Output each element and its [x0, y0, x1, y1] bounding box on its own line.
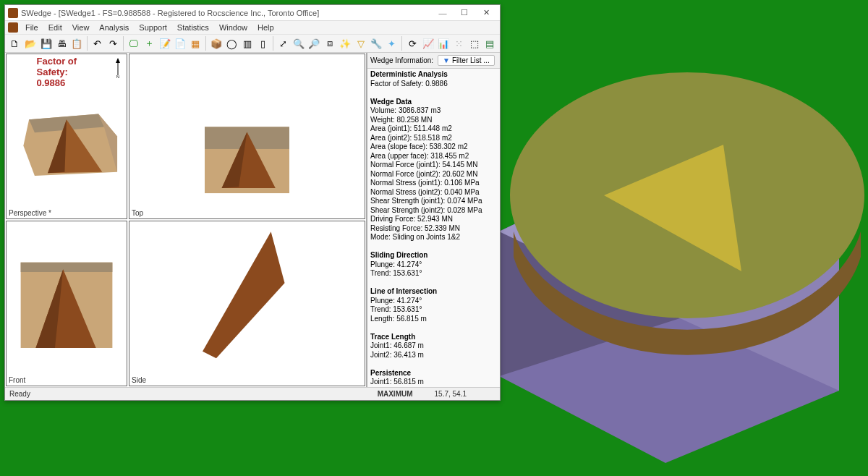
- svg-rect-19: [21, 263, 113, 272]
- svg-marker-0: [499, 145, 839, 463]
- viewport-top[interactable]: Top: [129, 54, 365, 219]
- info-area-j1: Area (joint1): 511.448 m2: [370, 124, 452, 132]
- svg-marker-11: [116, 58, 120, 63]
- info-ss-j1: Shear Strength (joint1): 0.074 MPa: [370, 197, 482, 205]
- box-icon[interactable]: 📦: [209, 36, 223, 51]
- info-ns-j2: Normal Stress (joint2): 0.040 MPa: [370, 188, 480, 196]
- app-menu-icon: [8, 22, 18, 33]
- svg-marker-22: [203, 231, 284, 358]
- info-loi-trend: Trend: 153.631°: [370, 305, 422, 313]
- top-view-svg: [129, 54, 365, 218]
- pers-title: Persistence: [370, 369, 411, 377]
- refresh-icon[interactable]: ⟳: [405, 36, 419, 51]
- chart-scatter-icon[interactable]: ⁙: [452, 36, 466, 51]
- info-trace-j1: Joint1: 46.687 m: [370, 341, 424, 349]
- info-area-slope: Area (slope face): 538.302 m2: [370, 143, 468, 150]
- minimize-button[interactable]: —: [432, 7, 454, 20]
- svg-text:N: N: [116, 75, 119, 78]
- viewport-side-label: Side: [132, 376, 146, 384]
- window-title: SWedge - [SWedge1 - FS=0.988588 - Regist…: [21, 9, 432, 17]
- loi-title: Line of Intersection: [370, 287, 437, 295]
- viewport-perspective-label: Perspective *: [9, 209, 51, 217]
- undo-icon[interactable]: ↶: [90, 36, 104, 51]
- zoom-in-icon[interactable]: 🔍: [292, 36, 305, 51]
- info-ss-j2: Shear Strength (joint2): 0.028 MPa: [370, 206, 482, 214]
- viewport-front[interactable]: Front: [6, 221, 127, 386]
- redo-icon[interactable]: ↷: [106, 36, 120, 51]
- viewport-perspective[interactable]: Factor of Safety: 0.9886 N Perspective *: [6, 54, 127, 219]
- viewport-side[interactable]: Side: [129, 221, 365, 386]
- magic-wand-icon[interactable]: ✨: [339, 36, 352, 51]
- menu-window[interactable]: Window: [215, 22, 252, 33]
- menu-analysis[interactable]: Analysis: [95, 22, 133, 33]
- info-weight: Weight: 80.258 MN: [370, 116, 432, 124]
- menubar: File Edit View Analysis Support Statisti…: [5, 21, 500, 34]
- menu-support[interactable]: Support: [135, 22, 171, 33]
- chart-line-icon[interactable]: 📈: [421, 36, 435, 51]
- circle-icon[interactable]: ◯: [225, 36, 239, 51]
- save-icon[interactable]: 💾: [39, 36, 53, 51]
- maximize-button[interactable]: ☐: [454, 7, 475, 20]
- open-icon[interactable]: 📂: [23, 36, 37, 51]
- funnel-icon: ▼: [443, 56, 450, 64]
- info-fos: Factor of Safety: 0.9886: [370, 80, 448, 88]
- close-button[interactable]: ✕: [475, 7, 497, 20]
- status-max: MAXIMUM: [378, 390, 413, 398]
- compute-icon[interactable]: 🖵: [127, 36, 140, 51]
- info-resist: Resisting Force: 52.339 MN: [370, 224, 460, 232]
- menu-statistics[interactable]: Statistics: [173, 22, 213, 33]
- app-icon: [8, 8, 18, 18]
- sheet-icon[interactable]: 📄: [173, 36, 187, 51]
- zoom-out-icon[interactable]: 🔎: [307, 36, 321, 51]
- info-volume: Volume: 3086.837 m3: [370, 106, 441, 114]
- info-slide-plunge: Plunge: 41.274°: [370, 260, 422, 268]
- menu-help[interactable]: Help: [253, 22, 278, 33]
- edit-params-icon[interactable]: 📝: [158, 36, 171, 51]
- menu-file[interactable]: File: [21, 22, 43, 33]
- filter-icon[interactable]: ▽: [354, 36, 367, 51]
- filter-list-label: Filter List ...: [452, 56, 490, 64]
- svg-marker-3: [499, 145, 839, 318]
- zoom-window-icon[interactable]: ⧈: [323, 36, 336, 51]
- print-icon[interactable]: 🖶: [54, 36, 68, 51]
- side-view-svg: [129, 221, 365, 386]
- info-area-upper: Area (upper face): 318.455 m2: [370, 152, 469, 160]
- viewport-top-label: Top: [132, 209, 143, 217]
- info-slide-trend: Trend: 153.631°: [370, 269, 422, 277]
- svg-point-4: [510, 72, 864, 318]
- page-icon[interactable]: ▯: [255, 36, 269, 51]
- status-coords: 15.7, 54.1: [435, 390, 467, 398]
- wedge-data-title: Wedge Data: [370, 98, 412, 106]
- wrench-icon[interactable]: 🔧: [370, 36, 383, 51]
- filter-list-button[interactable]: ▼ Filter List ...: [438, 55, 495, 66]
- sliding-dir-title: Sliding Direction: [370, 251, 427, 259]
- info-panel-body[interactable]: Deterministic Analysis Factor of Safety:…: [367, 69, 500, 387]
- add-icon[interactable]: ＋: [142, 36, 156, 51]
- toolbar: 🗋 📂 💾 🖶 📋 ↶ ↷ 🖵 ＋ 📝 📄 ▦ 📦 ◯ ▥ ▯ ⤢ 🔍 🔎 ⧈ …: [5, 34, 500, 53]
- chart-area-icon[interactable]: ⬚: [467, 36, 481, 51]
- info-area-j2: Area (joint2): 518.518 m2: [370, 134, 452, 142]
- copy-icon[interactable]: 📋: [70, 36, 84, 51]
- decorative-3d-model: [448, 14, 868, 476]
- info-panel-header: Wedge Information: ▼ Filter List ...: [367, 53, 500, 69]
- workspace: Top Factor of Safety: 0.9886 N Perspect: [5, 53, 500, 387]
- svg-marker-1: [499, 145, 680, 376]
- menu-view[interactable]: View: [68, 22, 94, 33]
- viewport-front-label: Front: [9, 376, 25, 384]
- column-icon[interactable]: ▥: [240, 36, 254, 51]
- info-nf-j1: Normal Force (joint1): 54.145 MN: [370, 161, 477, 169]
- zoom-extents-icon[interactable]: ⤢: [276, 36, 290, 51]
- statusbar: Ready MAXIMUM 15.7, 54.1: [5, 387, 500, 400]
- export-excel-icon[interactable]: ▤: [483, 36, 497, 51]
- new-icon[interactable]: 🗋: [8, 36, 22, 51]
- viewports-grid: Top Factor of Safety: 0.9886 N Perspect: [5, 53, 367, 387]
- info-loi-length: Length: 56.815 m: [370, 315, 427, 323]
- info-mode: Mode: Sliding on Joints 1&2: [370, 233, 460, 241]
- chart-bar-icon[interactable]: 📊: [436, 36, 450, 51]
- info-ns-j1: Normal Stress (joint1): 0.106 MPa: [370, 179, 480, 187]
- info-panel: Wedge Information: ▼ Filter List ... Det…: [367, 53, 500, 387]
- sparkle-icon[interactable]: ✦: [385, 36, 399, 51]
- info-driving: Driving Force: 52.943 MN: [370, 215, 453, 223]
- menu-edit[interactable]: Edit: [44, 22, 67, 33]
- settings-icon[interactable]: ▦: [189, 36, 203, 51]
